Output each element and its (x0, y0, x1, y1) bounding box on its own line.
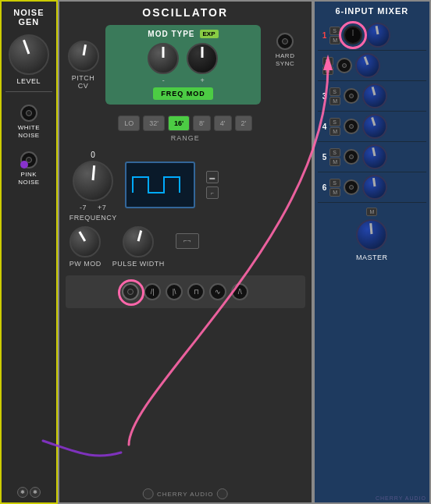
osc-jack-sine[interactable]: ∿ (209, 283, 226, 300)
pulse-width-knob[interactable] (123, 226, 154, 257)
mixer-jack-3[interactable] (344, 88, 359, 104)
level-knob[interactable] (9, 34, 49, 75)
channel-4-s-btn[interactable]: S (329, 118, 340, 126)
frequency-knob[interactable] (73, 161, 113, 201)
mixer-level-2[interactable] (355, 53, 380, 78)
mixer-panel: 6-INPUT MIXER 1 S M (313, 0, 431, 504)
mixer-jack-6[interactable] (344, 179, 359, 195)
channel-3-m-btn[interactable]: M (329, 97, 340, 105)
channel-2-s-btn[interactable]: S (322, 57, 333, 66)
osc-jack-1[interactable] (122, 283, 139, 300)
mod-type-section: MOD TYPE EXP - + (105, 25, 260, 105)
mixer-level-6[interactable] (362, 175, 387, 200)
range-btn-2[interactable]: 2' (235, 115, 253, 131)
channel-5-m-btn[interactable]: M (329, 158, 340, 166)
level-knob-container: LEVEL (9, 34, 49, 85)
mod-plus-label: + (201, 76, 205, 84)
mixer-knob-1[interactable] (344, 26, 362, 44)
level-label: LEVEL (17, 77, 41, 85)
osc-jack-square[interactable]: ⊓ (187, 283, 205, 300)
mixer-jack-1-wrapper (344, 26, 362, 44)
channel-6-sm-buttons: S M (329, 179, 340, 197)
range-label: RANGE (171, 134, 200, 142)
pw-mod-label: PW MOD (69, 260, 102, 268)
channel-5-s-btn[interactable]: S (329, 148, 340, 157)
pitch-cv-container: PITCH CV (66, 41, 102, 90)
mixer-channel-3: 3 S M (318, 81, 426, 112)
mod-type-label: MOD TYPE (148, 30, 194, 38)
channel-6-number: 6 (322, 183, 327, 192)
white-noise-jack[interactable] (20, 105, 37, 122)
frequency-knob-container: 0 -7 +7 FREQUENCY (69, 148, 117, 222)
channel-6-s-btn[interactable]: S (329, 179, 340, 187)
range-btn-8[interactable]: 8' (193, 115, 211, 131)
pw-row: PW MOD PULSE WIDTH ⌐¬ (69, 226, 309, 268)
channel-4-sm-buttons: S M (329, 118, 340, 136)
channel-2-header: S M (318, 53, 426, 78)
mixer-jack-5[interactable] (344, 149, 359, 165)
range-btn-16[interactable]: 16' (168, 115, 190, 131)
channel-1-m-btn[interactable]: M (329, 36, 340, 44)
channel-6-m-btn[interactable]: M (329, 188, 340, 197)
channel-5-sm-buttons: S M (329, 148, 340, 166)
waveform-svg (129, 165, 191, 204)
frequency-row: 0 -7 +7 FREQUENCY ▬ (69, 148, 309, 222)
mixer-level-1[interactable] (365, 23, 390, 48)
oscillator-panel: OSCILLATOR PITCH CV MOD TYPE EXP (58, 0, 313, 504)
osc-top-row: PITCH CV MOD TYPE EXP - (66, 25, 305, 111)
mod-plus-knob[interactable] (187, 43, 218, 74)
freq-max-label: +7 (98, 204, 106, 211)
hard-sync-section: HARD SYNC (265, 33, 305, 67)
channel-2-m-btn[interactable]: M (322, 66, 333, 75)
freq-mod-button[interactable]: FREQ MOD (153, 87, 213, 100)
freq-zero-label: 0 (91, 151, 95, 159)
mixer-level-3[interactable] (362, 83, 387, 108)
channel-5-header: 5 S M (318, 144, 426, 169)
mixer-channel-2: S M (318, 51, 426, 81)
channel-4-m-btn[interactable]: M (329, 127, 340, 136)
channel-6-header: 6 S M (318, 175, 426, 200)
range-btn-32[interactable]: 32' (143, 115, 165, 131)
frequency-label: FREQUENCY (69, 214, 117, 222)
master-knob[interactable] (356, 219, 387, 250)
white-noise-label: WHITENOISE (18, 124, 40, 139)
mixer-level-5[interactable] (362, 144, 387, 169)
channel-1-sm-buttons: S M (329, 27, 340, 44)
noise-gen-panel: NOISE GEN LEVEL WHITENOISE PINKNOIS (0, 0, 58, 504)
channel-3-sm-buttons: S M (329, 87, 340, 105)
hard-sync-jack[interactable] (276, 33, 294, 50)
osc-jack-ramp[interactable]: |\ (166, 283, 183, 300)
hard-sync-label: HARD SYNC (265, 52, 305, 67)
mod-minus-knob[interactable] (148, 43, 179, 74)
range-btn-lo[interactable]: LO (118, 115, 140, 131)
pink-noise-jack[interactable] (20, 151, 37, 169)
osc-jack-tri[interactable]: /\ (231, 283, 248, 300)
mixer-channel-1: 1 S M (318, 20, 426, 51)
pink-noise-label: PINKNOISE (18, 171, 39, 186)
mod-minus-container: - (148, 43, 179, 84)
channel-1-s-btn[interactable]: S (329, 27, 340, 35)
mixer-level-4[interactable] (362, 114, 387, 139)
mixer-channel-4: 4 S M (318, 112, 426, 142)
app-wrapper: NOISE GEN LEVEL WHITENOISE PINKNOIS (0, 0, 431, 504)
pink-noise-section: PINKNOISE (18, 151, 39, 186)
channel-4-number: 4 (322, 122, 327, 131)
bottom-jacks-row: /| |\ ⊓ ∿ /\ (72, 280, 299, 303)
mixer-channel-6: 6 S M (318, 172, 426, 203)
freq-min-label: -7 (80, 204, 87, 211)
master-m-btn[interactable]: M (366, 208, 377, 216)
channel-1-header: 1 S M (318, 23, 426, 48)
channel-3-s-btn[interactable]: S (329, 87, 340, 96)
pitch-cv-knob[interactable] (68, 41, 99, 72)
range-btn-4[interactable]: 4' (214, 115, 232, 131)
mod-plus-container: + (187, 43, 218, 84)
pw-mod-container: PW MOD (69, 226, 102, 268)
mixer-jack-2[interactable] (337, 58, 352, 73)
mixer-channel-5: 5 S M (318, 142, 426, 172)
mixer-jack-4[interactable] (344, 119, 359, 134)
noise-gen-title: NOISE GEN (5, 8, 53, 27)
pw-mod-knob[interactable] (69, 226, 101, 257)
range-section: LO 32' 16' 8' 4' 2' RANGE (66, 115, 305, 142)
channel-4-header: 4 S M (318, 114, 426, 139)
osc-jack-saw[interactable]: /| (144, 283, 161, 300)
